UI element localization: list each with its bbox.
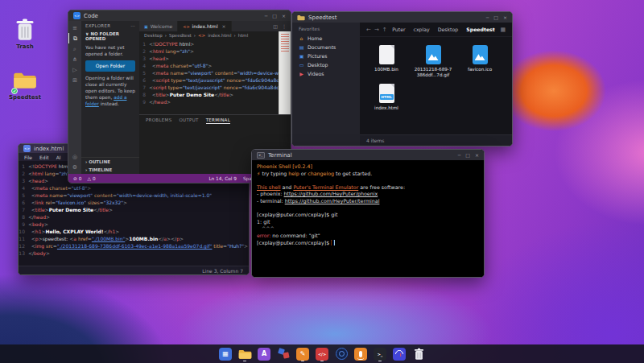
trash-bin-icon[interactable] (412, 346, 426, 361)
maximize-icon[interactable]: □ (493, 15, 498, 20)
extensions-icon[interactable]: ⊞ (68, 75, 81, 85)
view-grid-icon[interactable]: ▦ (500, 27, 506, 33)
code-line[interactable]: 11 <p>speedtest: <a href="./100MB.bin">1… (19, 235, 249, 242)
files-app-icon[interactable] (238, 346, 252, 361)
code-line[interactable]: 6 <script type="text/javascript" nonce="… (139, 76, 291, 84)
terminal-line[interactable]: ^^^ (257, 225, 479, 233)
menu-ai[interactable]: AI (56, 155, 61, 160)
up-icon[interactable]: ↑ (382, 27, 387, 33)
terminal-line[interactable]: [cxplay@puter.com/cxplay]$ git (257, 212, 479, 219)
browser-icon[interactable] (335, 346, 349, 361)
status-line-col[interactable]: Ln 14, Col 9 (208, 176, 237, 181)
code-line[interactable]: 4 <meta charset="utf-8"> (19, 184, 249, 192)
terminal-titlebar[interactable]: >_ Terminal ─ □ × (252, 150, 484, 160)
tab-welcome[interactable]: ▣ Welcome (139, 21, 178, 31)
code-line[interactable]: 13</body> (19, 250, 249, 257)
breadcrumb-file[interactable]: index.html (208, 33, 231, 38)
section-no-folder[interactable]: ∨ NO FOLDER OPENED (81, 30, 139, 43)
breadcrumb-symbol[interactable]: html (238, 33, 249, 38)
code-line[interactable]: 7 <title>Puter Demo Site</title> (19, 206, 249, 213)
tab-index-html[interactable]: <> index.html × (178, 21, 231, 31)
sidebar-item-videos[interactable]: ▶Videos (292, 69, 360, 78)
minimize-icon[interactable]: ─ (458, 153, 461, 158)
section-timeline[interactable]: › TIMELINE (81, 166, 139, 174)
terminal-line[interactable]: This shell and Puter's Terminal Emulator… (257, 184, 479, 192)
editor-app-icon[interactable]: ✎ (296, 346, 310, 361)
launcher-icon[interactable]: ▦ (219, 346, 233, 361)
split-editor-icon[interactable]: ◫ (273, 23, 278, 29)
menu-icon[interactable]: ≡ (68, 23, 81, 33)
close-icon[interactable]: × (475, 153, 479, 158)
code-line[interactable]: 8 <title>Puter Demo Site</title> (139, 91, 291, 98)
sidebar-item-pictures[interactable]: ▣Pictures (292, 52, 360, 60)
terminal-app-icon[interactable]: >_ (374, 346, 387, 361)
errors-icon[interactable]: ⊘ (73, 176, 77, 181)
more-actions-icon[interactable]: ⋯ (130, 23, 135, 28)
file-item[interactable]: 100MB.bin (363, 42, 410, 77)
panel-tab-terminal[interactable]: TERMINAL (206, 118, 230, 124)
terminal-line[interactable]: error: no command: "git" (257, 233, 479, 240)
terminal-line[interactable]: - phoenix: https://github.com/HeyPuter/p… (257, 191, 479, 198)
code-line[interactable]: 6 <link rel="favicon.ico" sizes="32x32"> (19, 199, 249, 206)
editor-more-icon[interactable]: ⋮ (282, 23, 287, 29)
open-folder-button[interactable]: Open Folder (85, 60, 135, 72)
panel-tab-problems[interactable]: PROBLEMS (146, 118, 171, 124)
code-line[interactable]: 4 <meta charset="utf-8"> (139, 62, 291, 69)
section-outline[interactable]: › OUTLINE (81, 158, 139, 166)
code-app-icon[interactable]: </> (316, 346, 329, 361)
minimize-icon[interactable]: ─ (486, 15, 489, 20)
terminal-line[interactable]: - terminal: https://github.com/HeyPuter/… (257, 198, 479, 205)
code-line[interactable]: 2<html lang="zh"> (139, 47, 291, 55)
code-line[interactable]: 5 <meta name="viewport" content="width=d… (139, 69, 291, 76)
breadcrumb-root[interactable]: Puter (392, 27, 405, 32)
code-line[interactable]: 9<body> (19, 221, 249, 228)
terminal-output[interactable]: Phoenix Shell [v0.2.4]⚡ try typing help … (252, 160, 484, 277)
account-icon[interactable]: ◎ (68, 151, 81, 162)
file-item[interactable]: favicon.ico (456, 42, 503, 77)
close-icon[interactable]: × (282, 14, 286, 19)
close-icon[interactable]: × (503, 15, 507, 20)
file-manager-titlebar[interactable]: Speedtest ─ □ × (292, 12, 512, 23)
code-line[interactable]: 5 <meta name="viewport" content="width=d… (19, 192, 249, 199)
tab-close-icon[interactable]: × (222, 23, 226, 29)
recorder-icon[interactable] (354, 346, 368, 361)
minimize-icon[interactable]: ─ (265, 14, 268, 19)
settings-icon[interactable]: ⚙ (68, 162, 81, 172)
back-icon[interactable]: ← (366, 27, 371, 33)
dev-center-icon[interactable] (277, 346, 291, 361)
code-line[interactable]: 8</head> (19, 213, 249, 221)
terminal-line[interactable]: 1: git (257, 219, 479, 226)
breadcrumb-speedtest[interactable]: Speedtest (169, 33, 192, 38)
terminal-line[interactable] (257, 205, 479, 212)
code-line[interactable]: 1<!DOCTYPE html> (139, 40, 291, 47)
explorer-icon[interactable]: ⧉ (68, 33, 81, 43)
maximize-icon[interactable]: □ (465, 153, 470, 158)
sidebar-item-home[interactable]: ⌂Home (292, 34, 360, 43)
code-line[interactable]: 3<head> (139, 55, 291, 62)
sidebar-item-desktop[interactable]: ▭Desktop (292, 60, 360, 69)
vscode-code-area[interactable]: 1<!DOCTYPE html>2<html lang="zh">3<head>… (139, 39, 291, 114)
menu-file[interactable]: File (24, 155, 32, 160)
warnings-icon[interactable]: △ (88, 176, 91, 181)
code-line[interactable]: 7<script type="text/javascript" nonce="f… (139, 84, 291, 91)
terminal-line[interactable]: Phoenix Shell [v0.2.4] (257, 163, 479, 171)
terminal-line[interactable]: [cxplay@puter.com/cxplay]$ ▊ (257, 240, 479, 247)
menu-edit[interactable]: Edit (39, 155, 49, 160)
breadcrumb-current[interactable]: Speedtest (466, 27, 495, 32)
maximize-icon[interactable]: □ (272, 14, 277, 19)
panel-tab-output[interactable]: OUTPUT (179, 118, 198, 124)
search-icon[interactable]: ⌕ (68, 43, 81, 54)
breadcrumb-desktop[interactable]: Desktop (438, 27, 459, 32)
code-line[interactable]: 9</head> (139, 98, 291, 105)
code-line[interactable]: 12 <img src="./20131218-689-7386ddf-6103… (19, 242, 249, 250)
file-item[interactable]: 20131218-689-7386ddf...7d.gif (410, 42, 456, 77)
desktop-icon-speedtest[interactable]: ✔ Speedtest (5, 71, 45, 101)
terminal-line[interactable]: ⚡ try typing help or changelog to get st… (257, 171, 479, 178)
speedtest-app-icon[interactable] (393, 346, 407, 361)
sidebar-item-documents[interactable]: ▤Documents (292, 43, 360, 52)
debug-icon[interactable]: ▷ (68, 64, 81, 75)
desktop-icon-trash[interactable]: Trash (5, 18, 45, 50)
source-control-icon[interactable]: ⋔ (68, 54, 81, 64)
minimap[interactable] (279, 31, 291, 114)
breadcrumb-user[interactable]: cxplay (414, 27, 430, 32)
